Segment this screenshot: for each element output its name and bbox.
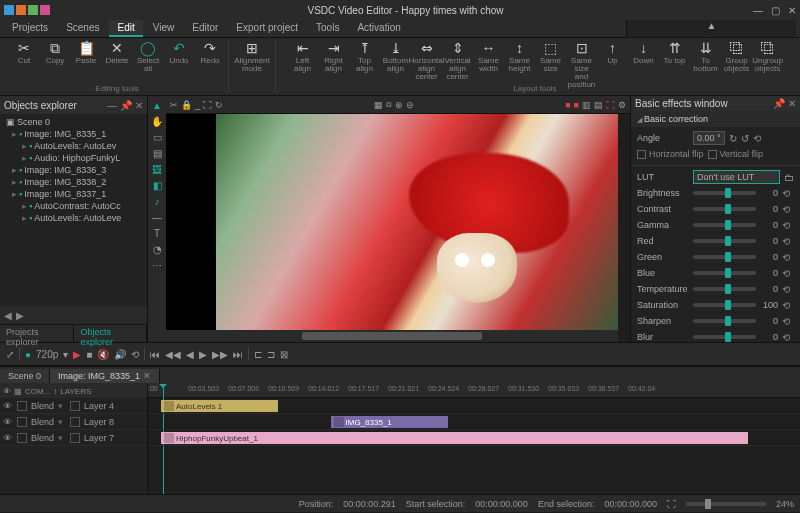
gamma-slider[interactable] bbox=[693, 223, 756, 227]
settings-preview-icon[interactable]: ⚙ bbox=[618, 100, 626, 110]
nav-left-icon[interactable]: ◀ bbox=[4, 310, 12, 321]
play-button[interactable]: ▶ bbox=[73, 349, 81, 360]
angle-input[interactable]: 0.00 ° bbox=[693, 131, 725, 145]
lut-select[interactable]: Don't use LUT bbox=[693, 170, 780, 184]
undo-button[interactable]: ↶Undo bbox=[165, 40, 193, 65]
timeline-track[interactable]: IMG_8335_1 bbox=[148, 414, 800, 430]
lock-checkbox[interactable] bbox=[17, 401, 27, 411]
audio-col-icon[interactable]: ↕ bbox=[53, 387, 57, 396]
sharpen-slider[interactable] bbox=[693, 319, 756, 323]
marker-in-button[interactable]: ⊏ bbox=[254, 349, 262, 360]
loop-button[interactable]: ⟲ bbox=[131, 349, 139, 360]
rotate-cw-icon[interactable]: ↻ bbox=[729, 133, 737, 144]
tree-node[interactable]: ▸ ▪ Image: IMG_8337_1 bbox=[2, 188, 145, 200]
effects-pin-icon[interactable]: 📌 bbox=[773, 98, 785, 109]
text-tool-icon[interactable]: ▤ bbox=[149, 146, 165, 160]
zoom-slider[interactable] bbox=[686, 502, 766, 506]
tree-node[interactable]: ▸ ▪ Image: IMG_8338_2 bbox=[2, 176, 145, 188]
mute-button[interactable]: 🔇 bbox=[97, 349, 109, 360]
tab-activation[interactable]: Activation bbox=[349, 20, 408, 37]
hand-tool-icon[interactable]: ✋ bbox=[149, 114, 165, 128]
bottom-align-button[interactable]: ⤓Bottom align bbox=[382, 40, 410, 73]
help-icon[interactable]: ▲ bbox=[707, 20, 717, 31]
reset-icon[interactable]: ⟲ bbox=[782, 220, 794, 231]
tree-node[interactable]: ▸ ▪ AutoLevels: AutoLeve bbox=[2, 212, 145, 224]
angle-reset-icon[interactable]: ⟲ bbox=[753, 133, 765, 144]
to-top-button[interactable]: ⇈To top bbox=[661, 40, 689, 65]
visibility-icon[interactable]: 👁 bbox=[3, 417, 13, 427]
tab-export[interactable]: Export project bbox=[228, 20, 306, 37]
same-width-button[interactable]: ↔Same width bbox=[475, 40, 503, 73]
visibility-icon[interactable]: 👁 bbox=[3, 401, 13, 411]
marker-out-button[interactable]: ⊐ bbox=[267, 349, 275, 360]
marker1-icon[interactable]: ■ bbox=[565, 100, 570, 110]
timeline-ruler[interactable]: :0000:03.50300:07.00600:10.50900:14.0120… bbox=[148, 384, 800, 398]
copy-button[interactable]: ⧉Copy bbox=[41, 40, 69, 65]
cut-icon[interactable]: ✂ bbox=[170, 100, 178, 110]
tab-view[interactable]: View bbox=[145, 20, 183, 37]
same-height-button[interactable]: ↕Same height bbox=[506, 40, 534, 73]
marker-clear-button[interactable]: ⊠ bbox=[280, 349, 288, 360]
close-button[interactable]: ✕ bbox=[788, 5, 796, 16]
layout2-icon[interactable]: ▤ bbox=[594, 100, 603, 110]
blur-slider[interactable] bbox=[693, 335, 756, 339]
lock-checkbox[interactable] bbox=[17, 417, 27, 427]
contrast-slider[interactable] bbox=[693, 207, 756, 211]
timeline-tab-image[interactable]: Image: IMG_8335_1✕ bbox=[50, 369, 160, 383]
tree-node[interactable]: ▸ ▪ Image: IMG_8336_3 bbox=[2, 164, 145, 176]
vflip-checkbox[interactable]: Vertical flip bbox=[708, 149, 764, 159]
next-frame-button[interactable]: ▶▶ bbox=[212, 349, 228, 360]
text-t-icon[interactable]: T bbox=[149, 226, 165, 240]
preview-canvas[interactable] bbox=[166, 114, 618, 330]
down-button[interactable]: ↓Down bbox=[630, 40, 658, 65]
reset-icon[interactable]: ⟲ bbox=[782, 332, 794, 343]
gear-icon[interactable]: ⚙ bbox=[707, 35, 716, 37]
step-back-button[interactable]: ◀ bbox=[186, 349, 194, 360]
cut-button[interactable]: ✂Cut bbox=[10, 40, 38, 65]
tab-close-icon[interactable]: ✕ bbox=[143, 371, 151, 381]
timeline-clip[interactable]: HiphopFunkyUpbeat_1 bbox=[161, 432, 748, 444]
temperature-slider[interactable] bbox=[693, 287, 756, 291]
rect-tool-icon[interactable]: ▭ bbox=[149, 130, 165, 144]
zoom-in-icon[interactable]: ⊕ bbox=[395, 100, 403, 110]
reset-icon[interactable]: ⟲ bbox=[782, 204, 794, 215]
green-slider[interactable] bbox=[693, 255, 756, 259]
chart-tool-icon[interactable]: ◔ bbox=[149, 242, 165, 256]
grid-icon[interactable]: ▦ bbox=[374, 100, 383, 110]
tab-projects[interactable]: Projects bbox=[4, 20, 56, 37]
saturation-slider[interactable] bbox=[693, 303, 756, 307]
alignment-mode-button[interactable]: ⊞ Alignment mode bbox=[233, 40, 271, 73]
blue-slider[interactable] bbox=[693, 271, 756, 275]
timeline-layer-row[interactable]: 👁Blend▾Layer 4 bbox=[0, 398, 147, 414]
horizontal-center-button[interactable]: ⇔Horizontal align center bbox=[413, 40, 441, 81]
reset-icon[interactable]: ⟲ bbox=[782, 316, 794, 327]
vertical-center-button[interactable]: ⇕Vertical align center bbox=[444, 40, 472, 81]
same-size-position-button[interactable]: ⊡Same size and position bbox=[568, 40, 596, 89]
ungroup-button[interactable]: ⿻Ungroup objects bbox=[754, 40, 782, 73]
reset-icon[interactable]: ⟲ bbox=[782, 188, 794, 199]
tree-node[interactable]: ▸ ▪ AutoContrast: AutoCc bbox=[2, 200, 145, 212]
effects-close-icon[interactable]: ✕ bbox=[788, 98, 796, 109]
prev-frame-button[interactable]: ◀◀ bbox=[165, 349, 181, 360]
snap-icon[interactable]: ⧈ bbox=[386, 99, 392, 110]
nav-right-icon[interactable]: ▶ bbox=[16, 310, 24, 321]
panel-minimize-icon[interactable]: — bbox=[107, 100, 117, 111]
timeline-clip[interactable]: IMG_8335_1 bbox=[331, 416, 448, 428]
projects-explorer-tab[interactable]: Projects explorer bbox=[0, 325, 74, 342]
reset-icon[interactable]: ⟲ bbox=[782, 284, 794, 295]
redo-button[interactable]: ↷Redo bbox=[196, 40, 224, 65]
crop-icon[interactable]: ⛶ bbox=[203, 100, 212, 110]
timeline-layer-row[interactable]: 👁Blend▾Layer 8 bbox=[0, 414, 147, 430]
more-tool-icon[interactable]: ⋯ bbox=[149, 258, 165, 272]
brightness-slider[interactable] bbox=[693, 191, 756, 195]
tree-node[interactable]: ▸ ▪ AutoLevels: AutoLev bbox=[2, 140, 145, 152]
timeline-tab-scene[interactable]: Scene 0 bbox=[0, 369, 50, 383]
objects-explorer-tab[interactable]: Objects explorer bbox=[74, 325, 147, 342]
audio-tool-icon[interactable]: ♪ bbox=[149, 194, 165, 208]
visibility-icon[interactable]: 👁 bbox=[3, 433, 13, 443]
lock-checkbox[interactable] bbox=[17, 433, 27, 443]
top-align-button[interactable]: ⤒Top align bbox=[351, 40, 379, 73]
reset-icon[interactable]: ⟲ bbox=[782, 252, 794, 263]
rotate-ccw-icon[interactable]: ↺ bbox=[741, 133, 749, 144]
to-bottom-button[interactable]: ⇊To bottom bbox=[692, 40, 720, 73]
